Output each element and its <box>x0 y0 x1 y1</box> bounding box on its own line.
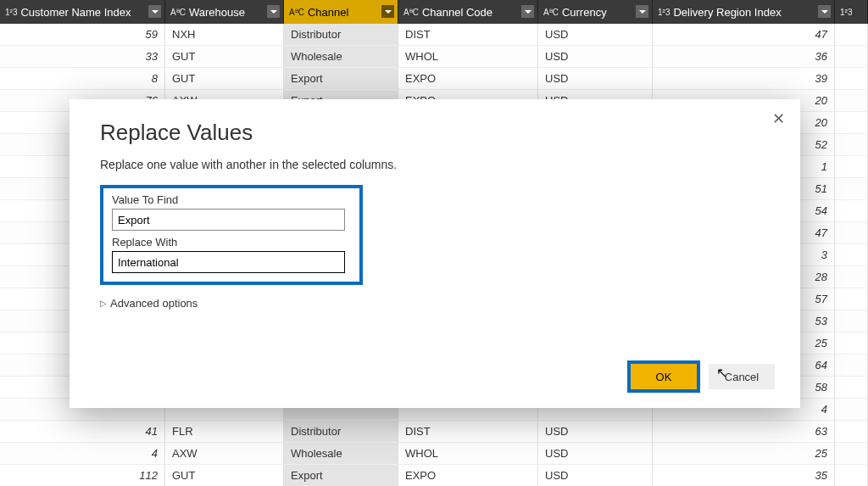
cell[interactable]: Export <box>284 68 398 90</box>
cell[interactable]: USD <box>538 443 653 465</box>
cell[interactable]: USD <box>538 465 653 486</box>
cell[interactable]: EXPO <box>398 68 538 90</box>
cell[interactable] <box>835 90 868 112</box>
cell[interactable]: WHOL <box>398 443 538 465</box>
type-icon: AᴮC <box>170 8 186 17</box>
close-icon[interactable]: ✕ <box>772 109 785 128</box>
cell[interactable] <box>835 222 868 244</box>
cell[interactable] <box>835 24 868 46</box>
column-header-customer-name-index[interactable]: 1²3 Customer Name Index <box>0 0 165 24</box>
cell[interactable]: NXH <box>165 24 284 46</box>
type-icon: 1²3 <box>5 8 17 17</box>
cell[interactable] <box>835 377 868 399</box>
column-header-extra[interactable]: 1²3 <box>835 0 868 24</box>
cell[interactable]: GUT <box>165 68 284 90</box>
cell[interactable] <box>835 465 868 486</box>
value-to-find-input[interactable] <box>112 209 345 231</box>
table-row[interactable]: 112GUTExportEXPOUSD35 <box>0 465 868 486</box>
column-label: Channel Code <box>422 6 492 19</box>
cell[interactable]: 8 <box>0 68 165 90</box>
cell[interactable]: 35 <box>653 465 835 486</box>
cell[interactable]: USD <box>538 421 653 443</box>
cell[interactable] <box>835 399 868 421</box>
type-icon: AᴮC <box>543 8 559 17</box>
table-row[interactable]: 41FLRDistributorDISTUSD63 <box>0 421 868 443</box>
cell[interactable]: 39 <box>653 68 835 90</box>
table-row[interactable]: 33GUTWholesaleWHOLUSD36 <box>0 46 868 68</box>
cell[interactable] <box>835 355 868 377</box>
input-highlight: Value To Find Replace With <box>100 185 363 285</box>
cell[interactable]: FLR <box>165 421 284 443</box>
type-icon: 1²3 <box>658 8 670 17</box>
dropdown-icon[interactable] <box>521 5 534 18</box>
cell[interactable] <box>835 421 868 443</box>
dropdown-icon[interactable] <box>381 5 394 18</box>
cell[interactable] <box>835 332 868 355</box>
cell[interactable]: USD <box>538 68 653 90</box>
cell[interactable]: DIST <box>398 24 538 46</box>
dropdown-icon[interactable] <box>636 5 648 18</box>
replace-with-input[interactable] <box>112 251 345 273</box>
cell[interactable]: USD <box>538 24 653 46</box>
cell[interactable] <box>835 244 868 266</box>
cell[interactable] <box>835 112 868 134</box>
column-label: Channel <box>308 6 348 19</box>
cell[interactable]: 4 <box>0 443 165 465</box>
column-header-row: 1²3 Customer Name Index AᴮC Warehouse Aᴮ… <box>0 0 868 24</box>
cell[interactable] <box>835 134 868 156</box>
column-header-delivery-region-index[interactable]: 1²3 Delivery Region Index <box>653 0 835 24</box>
cancel-button[interactable]: Cancel <box>709 364 775 389</box>
column-label: Customer Name Index <box>20 6 131 19</box>
cell[interactable]: Wholesale <box>284 443 398 465</box>
cell[interactable]: GUT <box>165 46 284 68</box>
dialog-title: Replace Values <box>100 120 770 146</box>
cell[interactable] <box>835 156 868 178</box>
type-icon: AᴮC <box>289 8 304 17</box>
dropdown-icon[interactable] <box>148 5 161 18</box>
dialog-subtitle: Replace one value with another in the se… <box>100 158 770 171</box>
advanced-options-label: Advanced options <box>110 297 198 310</box>
cell[interactable] <box>835 200 868 222</box>
column-header-currency[interactable]: AᴮC Currency <box>538 0 653 24</box>
cell[interactable] <box>835 46 868 68</box>
cell[interactable] <box>835 288 868 310</box>
column-header-channel[interactable]: AᴮC Channel <box>284 0 398 24</box>
cell[interactable] <box>835 266 868 288</box>
cell[interactable]: 47 <box>653 24 835 46</box>
cell[interactable]: Export <box>284 465 398 486</box>
cell[interactable]: Wholesale <box>284 46 398 68</box>
cell[interactable]: 63 <box>653 421 835 443</box>
dropdown-icon[interactable] <box>267 5 280 18</box>
cell[interactable]: Distributor <box>284 24 398 46</box>
cell[interactable]: GUT <box>165 465 284 486</box>
cell[interactable] <box>835 443 868 465</box>
cell[interactable]: 25 <box>653 443 835 465</box>
table-row[interactable]: 59NXHDistributorDISTUSD47 <box>0 24 868 46</box>
dropdown-icon[interactable] <box>818 5 831 18</box>
button-row: OK Cancel ↖ <box>631 364 775 389</box>
cell[interactable]: 33 <box>0 46 165 68</box>
value-to-find-label: Value To Find <box>112 193 351 206</box>
replace-with-label: Replace With <box>112 236 351 249</box>
cell[interactable] <box>835 178 868 200</box>
cell[interactable]: 36 <box>653 46 835 68</box>
cell[interactable]: 112 <box>0 465 165 486</box>
cell[interactable]: AXW <box>165 443 284 465</box>
table-row[interactable]: 8GUTExportEXPOUSD39 <box>0 68 868 90</box>
cell[interactable]: DIST <box>398 421 538 443</box>
cell[interactable] <box>835 310 868 332</box>
advanced-options-toggle[interactable]: Advanced options <box>100 297 770 310</box>
replace-values-dialog: ✕ Replace Values Replace one value with … <box>70 99 800 408</box>
cell[interactable] <box>835 68 868 90</box>
ok-button[interactable]: OK <box>631 364 697 389</box>
table-row[interactable]: 4AXWWholesaleWHOLUSD25 <box>0 443 868 465</box>
cell[interactable]: EXPO <box>398 465 538 486</box>
cell[interactable]: Distributor <box>284 421 398 443</box>
column-header-channel-code[interactable]: AᴮC Channel Code <box>398 0 538 24</box>
column-header-warehouse[interactable]: AᴮC Warehouse <box>165 0 284 24</box>
column-label: Warehouse <box>189 6 245 19</box>
cell[interactable]: USD <box>538 46 653 68</box>
cell[interactable]: WHOL <box>398 46 538 68</box>
cell[interactable]: 41 <box>0 421 165 443</box>
cell[interactable]: 59 <box>0 24 165 46</box>
